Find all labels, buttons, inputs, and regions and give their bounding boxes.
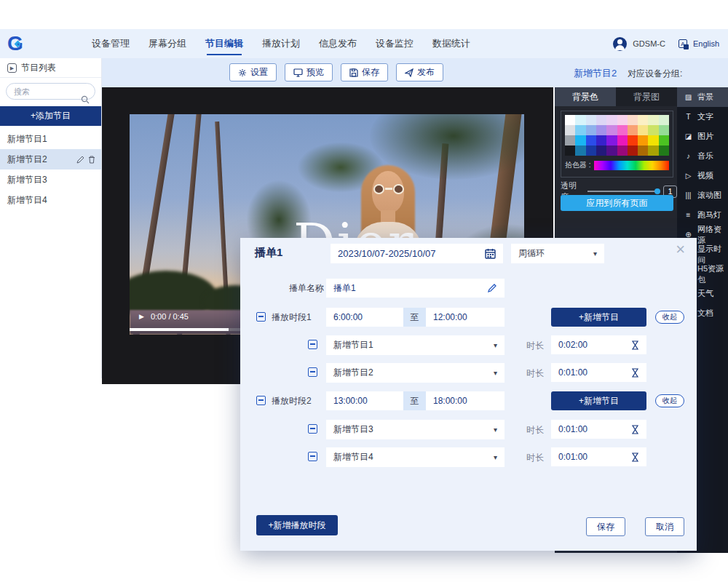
remove-section-button[interactable] bbox=[256, 396, 266, 405]
color-picker-bar[interactable] bbox=[594, 161, 669, 170]
program-select[interactable]: 新增节目4▾ bbox=[326, 447, 505, 467]
opacity-slider-handle[interactable] bbox=[654, 188, 660, 194]
program-select[interactable]: 新增节目2▾ bbox=[326, 363, 505, 383]
palette-swatch[interactable] bbox=[659, 135, 669, 146]
palette-swatch[interactable] bbox=[638, 115, 648, 125]
current-program-name[interactable]: 新增节目2 bbox=[574, 67, 617, 80]
palette-swatch[interactable] bbox=[628, 115, 638, 125]
user-avatar[interactable] bbox=[613, 37, 627, 51]
palette-swatch[interactable] bbox=[596, 135, 606, 146]
tab-background-color[interactable]: 背景色 bbox=[555, 87, 616, 106]
program-select[interactable]: 新增节目3▾ bbox=[326, 420, 505, 439]
start-time-input[interactable]: 13:00:00 bbox=[326, 391, 403, 410]
palette-swatch[interactable] bbox=[565, 125, 575, 135]
palette-swatch[interactable] bbox=[606, 115, 617, 125]
add-program-button[interactable]: +添加节目 bbox=[0, 106, 101, 126]
remove-program-button[interactable] bbox=[308, 452, 317, 461]
program-select[interactable]: 新增节目1▾ bbox=[326, 335, 505, 355]
palette-swatch[interactable] bbox=[575, 125, 585, 135]
nav-info-publish[interactable]: 信息发布 bbox=[314, 29, 361, 58]
username-label[interactable]: GDSM-C bbox=[633, 39, 665, 48]
palette-swatch[interactable] bbox=[638, 135, 648, 146]
program-item-2[interactable]: 新增节目2 bbox=[0, 149, 101, 170]
remove-section-button[interactable] bbox=[256, 312, 266, 322]
palette-swatch[interactable] bbox=[648, 135, 658, 146]
palette-swatch[interactable] bbox=[575, 135, 585, 146]
end-time-input[interactable]: 18:00:00 bbox=[426, 391, 505, 410]
palette-swatch[interactable] bbox=[617, 115, 628, 125]
rail-item-background[interactable]: ▨背景 bbox=[677, 87, 728, 107]
palette-swatch[interactable] bbox=[606, 146, 617, 156]
end-time-input[interactable]: 12:00:00 bbox=[426, 308, 505, 327]
palette-swatch[interactable] bbox=[575, 146, 585, 156]
duration-input[interactable]: 0:02:00 bbox=[551, 335, 646, 354]
collapse-button[interactable]: 收起 bbox=[655, 394, 684, 407]
nav-device-monitor[interactable]: 设备监控 bbox=[371, 29, 418, 58]
duration-input[interactable]: 0:01:00 bbox=[551, 363, 646, 382]
palette-swatch[interactable] bbox=[617, 125, 628, 135]
palette-swatch[interactable] bbox=[659, 115, 669, 125]
add-program-to-slot-button[interactable]: +新增节目 bbox=[551, 308, 646, 327]
palette-swatch[interactable] bbox=[628, 135, 638, 146]
program-item-3[interactable]: 新增节目3 bbox=[0, 170, 101, 190]
palette-swatch[interactable] bbox=[659, 146, 669, 156]
palette-swatch[interactable] bbox=[606, 135, 617, 146]
rail-item-marquee[interactable]: ≡跑马灯 bbox=[677, 205, 728, 225]
rail-item-music[interactable]: ♪音乐 bbox=[677, 146, 728, 166]
palette-swatch[interactable] bbox=[575, 115, 585, 125]
date-range-input[interactable]: 2023/10/07-2025/10/07 bbox=[331, 244, 503, 263]
tab-background-image[interactable]: 背景图 bbox=[616, 87, 677, 106]
language-switch[interactable]: English bbox=[693, 39, 719, 48]
add-program-to-slot-button[interactable]: +新增节目 bbox=[551, 391, 646, 410]
modal-save-button[interactable]: 保存 bbox=[586, 517, 625, 536]
nav-program-editor[interactable]: 节目编辑 bbox=[201, 29, 248, 58]
calendar-icon[interactable] bbox=[485, 248, 496, 259]
modal-cancel-button[interactable]: 取消 bbox=[645, 517, 684, 536]
program-item-4[interactable]: 新增节目4 bbox=[0, 190, 101, 210]
palette-swatch[interactable] bbox=[617, 135, 628, 146]
palette-swatch[interactable] bbox=[565, 146, 575, 156]
duration-input[interactable]: 0:01:00 bbox=[551, 447, 646, 466]
palette-swatch[interactable] bbox=[565, 135, 575, 146]
palette-swatch[interactable] bbox=[606, 125, 617, 135]
palette-swatch[interactable] bbox=[617, 146, 628, 156]
play-icon[interactable]: ▶ bbox=[139, 313, 144, 320]
rail-item-scroll-image[interactable]: |||滚动图 bbox=[677, 186, 728, 205]
duration-input[interactable]: 0:01:00 bbox=[551, 420, 646, 439]
save-button[interactable]: 保存 bbox=[341, 63, 388, 81]
palette-swatch[interactable] bbox=[586, 146, 596, 156]
palette-swatch[interactable] bbox=[586, 135, 596, 146]
close-icon[interactable]: × bbox=[676, 239, 685, 260]
palette-swatch[interactable] bbox=[596, 146, 606, 156]
edit-icon[interactable] bbox=[487, 283, 497, 293]
palette-swatch[interactable] bbox=[648, 125, 658, 135]
palette-swatch[interactable] bbox=[638, 125, 648, 135]
cycle-mode-select[interactable]: 周循环 ▾ bbox=[511, 244, 604, 263]
preview-button[interactable]: 预览 bbox=[285, 63, 333, 81]
palette-swatch[interactable] bbox=[638, 146, 648, 156]
palette-swatch[interactable] bbox=[565, 115, 575, 125]
delete-icon[interactable] bbox=[88, 156, 95, 164]
nav-play-schedule[interactable]: 播放计划 bbox=[258, 29, 304, 58]
settings-button[interactable]: 设置 bbox=[229, 63, 277, 81]
palette-swatch[interactable] bbox=[596, 125, 606, 135]
palette-swatch[interactable] bbox=[659, 125, 669, 135]
nav-device-management[interactable]: 设备管理 bbox=[87, 29, 134, 58]
rail-item-video[interactable]: ▷视频 bbox=[677, 166, 728, 186]
remove-program-button[interactable] bbox=[308, 367, 317, 377]
rail-item-text[interactable]: T文字 bbox=[677, 107, 728, 127]
nav-data-statistics[interactable]: 数据统计 bbox=[428, 29, 475, 58]
palette-swatch[interactable] bbox=[596, 115, 606, 125]
apply-all-pages-button[interactable]: 应用到所有页面 bbox=[561, 195, 673, 211]
edit-icon[interactable] bbox=[76, 156, 84, 164]
program-item-1[interactable]: 新增节目1 bbox=[0, 129, 101, 149]
publish-button[interactable]: 发布 bbox=[396, 63, 443, 81]
remove-program-button[interactable] bbox=[308, 424, 317, 434]
palette-swatch[interactable] bbox=[628, 146, 638, 156]
palette-swatch[interactable] bbox=[648, 115, 658, 125]
palette-swatch[interactable] bbox=[586, 125, 596, 135]
playlist-name-input[interactable]: 播单1 bbox=[326, 279, 505, 298]
brand-logo-icon[interactable]: G▪▪ bbox=[7, 32, 31, 55]
collapse-button[interactable]: 收起 bbox=[655, 311, 684, 324]
remove-program-button[interactable] bbox=[308, 340, 317, 349]
